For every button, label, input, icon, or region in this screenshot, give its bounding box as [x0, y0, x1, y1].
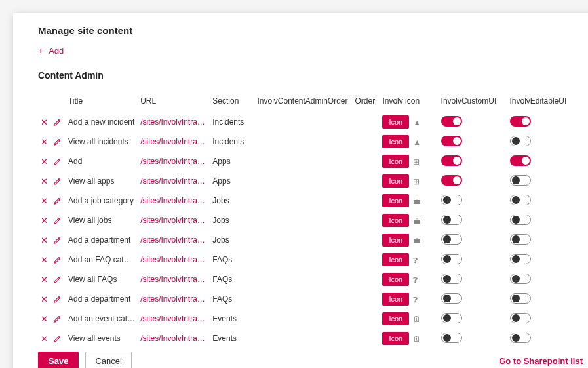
table-row: ✕Add an FAQ category/sites/InvolvIntrane… [38, 250, 583, 270]
section-mini-icon: 🗓︎ [413, 335, 421, 344]
col-icon: Involv icon [380, 92, 438, 112]
toggle[interactable] [510, 293, 531, 304]
edit-button[interactable] [53, 138, 62, 146]
icon-button[interactable]: Icon [382, 253, 409, 266]
cell-url[interactable]: /sites/InvolvIntrane.. [138, 211, 210, 230]
toggle[interactable] [441, 116, 462, 127]
toggle[interactable] [441, 293, 462, 304]
icon-button[interactable]: Icon [382, 135, 409, 148]
edit-button[interactable] [53, 335, 62, 343]
delete-button[interactable]: ✕ [41, 315, 48, 323]
edit-button[interactable] [53, 118, 62, 127]
cell-url[interactable]: /sites/InvolvIntrane.. [138, 250, 210, 270]
edit-button[interactable] [53, 216, 62, 225]
delete-button[interactable]: ✕ [41, 118, 48, 127]
edit-button[interactable] [53, 177, 62, 186]
cell-url[interactable]: /sites/InvolvIntrane.. [138, 329, 210, 348]
toggle[interactable] [441, 313, 462, 323]
cancel-button[interactable]: Cancel [85, 352, 131, 368]
icon-button[interactable]: Icon [382, 273, 409, 286]
icon-button[interactable]: Icon [382, 293, 409, 306]
cell-url[interactable]: /sites/InvolvIntrane.. [138, 171, 210, 191]
cell-url[interactable]: /sites/InvolvIntrane.. [138, 270, 210, 289]
icon-button[interactable]: Icon [382, 234, 409, 247]
col-title: Title [66, 92, 138, 112]
delete-button[interactable]: ✕ [41, 216, 48, 225]
edit-button[interactable] [53, 315, 62, 323]
edit-button[interactable] [53, 197, 62, 205]
footer: Save Cancel Go to Sharepoint list [38, 352, 583, 368]
section-mini-icon: 💼︎ [413, 216, 421, 226]
table-row: ✕Add a department/sites/InvolvIntrane..J… [38, 230, 583, 250]
toggle[interactable] [510, 175, 531, 186]
cell-url[interactable]: /sites/InvolvIntrane.. [138, 152, 210, 171]
delete-button[interactable]: ✕ [41, 276, 48, 284]
toggle[interactable] [441, 234, 462, 245]
section-mini-icon: 🗓︎ [413, 315, 421, 324]
delete-button[interactable]: ✕ [41, 157, 48, 166]
cell-url[interactable]: /sites/InvolvIntrane.. [138, 191, 210, 211]
section-mini-icon: 💼︎ [413, 197, 421, 206]
delete-button[interactable]: ✕ [41, 177, 48, 186]
toggle[interactable] [441, 175, 462, 186]
delete-button[interactable]: ✕ [41, 256, 48, 264]
toggle[interactable] [510, 116, 531, 127]
cell-url[interactable]: /sites/InvolvIntrane.. [138, 230, 210, 250]
icon-button[interactable]: Icon [382, 174, 409, 188]
cell-title: Add a department [66, 230, 138, 250]
icon-button[interactable]: Icon [382, 155, 409, 168]
section-title: Content Admin [38, 70, 583, 81]
add-button[interactable]: + Add [38, 45, 64, 56]
icon-button[interactable]: Icon [382, 214, 409, 227]
cell-url[interactable]: /sites/InvolvIntrane.. [138, 309, 210, 329]
table-row: ✕Add a job category/sites/InvolvIntrane.… [38, 191, 583, 211]
toggle[interactable] [510, 136, 531, 146]
cell-section: Events [210, 329, 254, 348]
cell-title: Add an event categ.. [66, 309, 138, 329]
toggle[interactable] [510, 195, 531, 205]
toggle[interactable] [441, 136, 462, 146]
col-ca-order: InvolvContentAdminOrder [254, 92, 352, 112]
toggle[interactable] [441, 155, 462, 166]
icon-button[interactable]: Icon [382, 312, 409, 325]
cell-section: Jobs [210, 191, 254, 211]
toggle[interactable] [510, 155, 531, 166]
cell-title: Add an FAQ category [66, 250, 138, 270]
save-button[interactable]: Save [38, 352, 79, 368]
cell-section: Jobs [210, 211, 254, 230]
go-to-sharepoint-link[interactable]: Go to Sharepoint list [499, 356, 583, 366]
table-row: ✕Add an event categ../sites/InvolvIntran… [38, 309, 583, 329]
toggle[interactable] [441, 274, 462, 284]
add-label: Add [49, 46, 64, 56]
delete-button[interactable]: ✕ [41, 138, 48, 146]
delete-button[interactable]: ✕ [41, 236, 48, 245]
edit-button[interactable] [53, 236, 62, 245]
cell-title: Add a new incident [66, 112, 138, 132]
cell-url[interactable]: /sites/InvolvIntrane.. [138, 112, 210, 132]
cell-url[interactable]: /sites/InvolvIntrane.. [138, 132, 210, 152]
delete-button[interactable]: ✕ [41, 335, 48, 343]
icon-button[interactable]: Icon [382, 194, 409, 207]
icon-button[interactable]: Icon [382, 115, 409, 129]
edit-button[interactable] [53, 276, 62, 284]
toggle[interactable] [510, 254, 531, 264]
edit-button[interactable] [53, 295, 62, 304]
toggle[interactable] [441, 333, 462, 343]
edit-button[interactable] [53, 157, 62, 166]
delete-button[interactable]: ✕ [41, 197, 48, 205]
toggle[interactable] [510, 333, 531, 343]
section-mini-icon: 💼︎ [413, 236, 421, 245]
toggle[interactable] [510, 313, 531, 323]
content-admin-panel: Manage site content + Add Content Admin … [13, 13, 588, 368]
cell-section: Apps [210, 171, 254, 191]
cell-url[interactable]: /sites/InvolvIntrane.. [138, 289, 210, 309]
toggle[interactable] [510, 234, 531, 245]
toggle[interactable] [510, 274, 531, 284]
toggle[interactable] [441, 195, 462, 205]
delete-button[interactable]: ✕ [41, 295, 48, 304]
toggle[interactable] [441, 254, 462, 264]
toggle[interactable] [441, 215, 462, 225]
icon-button[interactable]: Icon [382, 332, 409, 345]
edit-button[interactable] [53, 256, 62, 264]
toggle[interactable] [510, 215, 531, 225]
